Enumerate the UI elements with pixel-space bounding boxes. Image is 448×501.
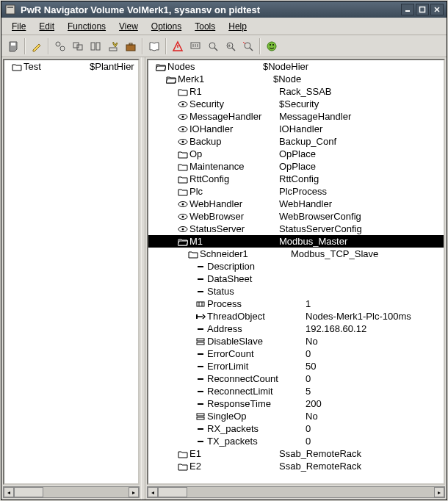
stack-icon bbox=[194, 337, 207, 346]
tree-row[interactable]: StatusServerStatusServerConfig bbox=[148, 223, 444, 235]
tree-row[interactable]: Description bbox=[148, 260, 444, 273]
node-class: 0 bbox=[306, 435, 311, 447]
dash-icon bbox=[194, 375, 207, 383]
config-button-3[interactable] bbox=[87, 37, 104, 55]
maximize-button[interactable] bbox=[416, 4, 429, 15]
titlebar[interactable]: PwR Navigator Volume VolMerk1, sysansv o… bbox=[1, 1, 447, 18]
tree-row[interactable]: MessageHandlerMessageHandler bbox=[148, 110, 444, 123]
tree-row[interactable]: TX_packets0 bbox=[148, 435, 444, 447]
left-hscrollbar[interactable]: ◂ ▸ bbox=[3, 486, 140, 498]
config-button-2[interactable] bbox=[69, 37, 87, 55]
book-button[interactable] bbox=[145, 37, 163, 55]
tree-row[interactable]: ReconnectCount0 bbox=[148, 372, 444, 385]
minimize-button[interactable] bbox=[401, 4, 414, 15]
svg-rect-62 bbox=[197, 414, 204, 416]
tree-row[interactable]: ResponseTime200 bbox=[148, 397, 444, 410]
node-name: Op bbox=[189, 148, 279, 160]
svg-rect-48 bbox=[198, 291, 203, 292]
scroll-right-icon[interactable]: ▸ bbox=[129, 487, 139, 497]
svg-rect-13 bbox=[109, 48, 117, 51]
zoom-button-3[interactable] bbox=[239, 37, 257, 55]
tree-row[interactable]: Nodes $NodeHier bbox=[148, 60, 444, 73]
node-name: E1 bbox=[189, 447, 279, 460]
right-hscrollbar[interactable]: ◂ ▸ bbox=[147, 486, 445, 498]
tree-row[interactable]: ReconnectLimit5 bbox=[148, 385, 444, 397]
tree-row[interactable]: Process1 bbox=[148, 298, 444, 310]
dash-icon bbox=[194, 325, 207, 334]
tree-row[interactable]: DisableSlaveNo bbox=[148, 335, 444, 347]
tree-row[interactable]: ErrorCount0 bbox=[148, 347, 444, 360]
zoom-button-1[interactable] bbox=[204, 37, 222, 55]
window-title: PwR Navigator Volume VolMerk1, sysansv o… bbox=[21, 4, 401, 15]
left-pane: Test $PlantHier ◂ ▸ bbox=[1, 57, 141, 500]
node-name: R1 bbox=[189, 85, 279, 98]
tree-row[interactable]: E1Ssab_RemoteRack bbox=[148, 447, 444, 460]
openmap-icon bbox=[176, 237, 189, 246]
save-button[interactable] bbox=[4, 37, 22, 55]
svg-rect-1 bbox=[7, 7, 13, 8]
svg-rect-59 bbox=[198, 378, 203, 380]
dash-icon bbox=[194, 275, 207, 284]
scroll-right-icon[interactable]: ▸ bbox=[434, 487, 444, 497]
right-tree[interactable]: Nodes $NodeHier Merk1 $Node R1Rack_SSABS… bbox=[147, 59, 445, 485]
config-button-4[interactable] bbox=[104, 37, 122, 55]
tree-row[interactable]: ThreadObjectNodes-Merk1-Plc-100ms bbox=[148, 310, 444, 322]
node-name: ReconnectLimit bbox=[207, 385, 306, 397]
alert-button[interactable] bbox=[169, 37, 187, 55]
menu-tools[interactable]: Tools bbox=[189, 19, 221, 34]
node-class: IOHandler bbox=[279, 123, 322, 135]
close-button[interactable] bbox=[430, 4, 444, 15]
config-button-1[interactable] bbox=[51, 37, 69, 55]
briefcase-button[interactable] bbox=[122, 37, 140, 55]
menu-functions[interactable]: Functions bbox=[62, 19, 112, 34]
svg-line-24 bbox=[232, 48, 235, 51]
svg-rect-53 bbox=[196, 314, 198, 319]
tree-row[interactable]: PlcPlcProcess bbox=[148, 185, 444, 198]
tree-row[interactable]: RttConfigRttConfig bbox=[148, 173, 444, 185]
left-tree[interactable]: Test $PlantHier bbox=[3, 59, 140, 485]
monitor-button[interactable] bbox=[187, 37, 204, 55]
node-class: 0 bbox=[306, 422, 311, 435]
edit-button[interactable] bbox=[28, 37, 46, 55]
svg-point-37 bbox=[182, 128, 184, 130]
tree-row[interactable]: MaintenanceOpPlace bbox=[148, 160, 444, 173]
scroll-thumb[interactable] bbox=[158, 487, 187, 497]
svg-rect-15 bbox=[129, 43, 132, 45]
tree-row[interactable]: ErrorLimit50 bbox=[148, 360, 444, 372]
scroll-left-icon[interactable]: ◂ bbox=[4, 487, 14, 497]
tree-row[interactable]: R1Rack_SSAB bbox=[148, 85, 444, 98]
node-class: Backup_Conf bbox=[279, 135, 336, 148]
svg-point-31 bbox=[272, 44, 274, 46]
menu-options[interactable]: Options bbox=[145, 19, 187, 34]
zoom-button-2[interactable]: + bbox=[222, 37, 239, 55]
menu-view[interactable]: View bbox=[113, 19, 144, 34]
smiley-button[interactable] bbox=[263, 37, 281, 55]
node-name: Maintenance bbox=[189, 160, 279, 173]
tree-row[interactable]: Security$Security bbox=[148, 98, 444, 110]
tree-row[interactable]: Address192.168.60.12 bbox=[148, 322, 444, 335]
menu-edit[interactable]: Edit bbox=[33, 19, 60, 34]
node-name: E2 bbox=[189, 460, 279, 472]
tree-row[interactable]: Merk1 $Node bbox=[148, 73, 444, 85]
node-name: Status bbox=[207, 285, 306, 298]
tree-row[interactable]: Schneider1Modbus_TCP_Slave bbox=[148, 248, 444, 260]
tree-row[interactable]: SingleOpNo bbox=[148, 410, 444, 422]
node-class: MessageHandler bbox=[279, 110, 351, 123]
tree-row[interactable]: M1Modbus_Master bbox=[148, 235, 444, 248]
tree-row[interactable]: WebBrowserWebBrowserConfig bbox=[148, 210, 444, 223]
scroll-left-icon[interactable]: ◂ bbox=[148, 487, 158, 497]
tree-row[interactable]: IOHandlerIOHandler bbox=[148, 123, 444, 135]
node-name: MessageHandler bbox=[189, 110, 279, 123]
tree-row[interactable]: Status bbox=[148, 285, 444, 298]
menu-help[interactable]: Help bbox=[223, 19, 253, 34]
node-class: Ssab_RemoteRack bbox=[279, 460, 361, 472]
scroll-thumb[interactable] bbox=[14, 487, 43, 497]
tree-row[interactable]: WebHandlerWebHandler bbox=[148, 198, 444, 210]
tree-row[interactable]: E2Ssab_RemoteRack bbox=[148, 460, 444, 472]
tree-row[interactable]: DataSheet bbox=[148, 273, 444, 285]
tree-row[interactable]: OpOpPlace bbox=[148, 148, 444, 160]
menu-file[interactable]: File bbox=[6, 19, 32, 34]
tree-row[interactable]: RX_packets0 bbox=[148, 422, 444, 435]
tree-row[interactable]: Test $PlantHier bbox=[4, 60, 138, 73]
tree-row[interactable]: BackupBackup_Conf bbox=[148, 135, 444, 148]
